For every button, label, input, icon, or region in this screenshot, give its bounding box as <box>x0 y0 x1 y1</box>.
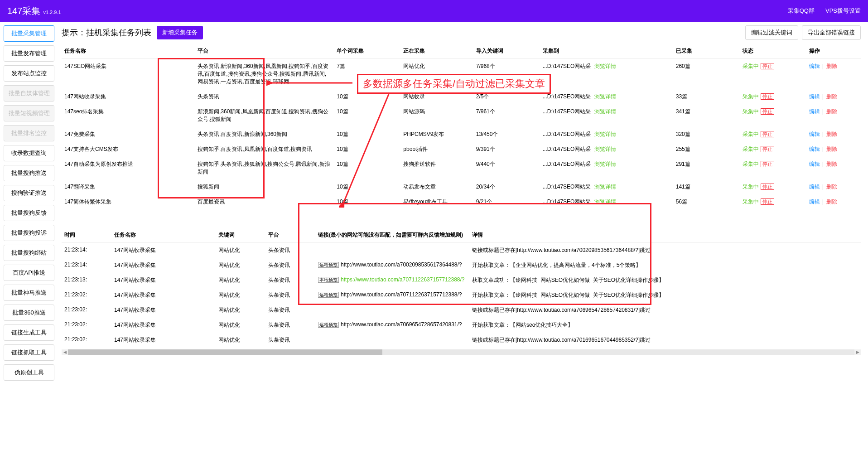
log-row: 21:23:13:147网站收录采集网站优化头条资讯本地预览https://ww… <box>62 273 861 288</box>
sidebar-item-3: 批量自媒体管理 <box>4 85 54 102</box>
delete-link[interactable]: 删除 <box>826 63 837 69</box>
log-col-header: 平台 <box>265 227 315 243</box>
browse-detail-link[interactable]: 浏览详情 <box>594 161 616 167</box>
sidebar: 批量采集管理批量发布管理发布站点监控批量自媒体管理批量短视频管理批量排名监控收录… <box>0 22 58 384</box>
delete-link[interactable]: 删除 <box>826 161 837 167</box>
page-hint: 提示：挂机采集任务列表 <box>62 27 151 38</box>
stop-button[interactable]: 停止 <box>761 184 774 190</box>
stop-button[interactable]: 停止 <box>761 161 774 167</box>
edit-link[interactable]: 编辑 <box>809 93 820 100</box>
table-row: 147简体转繁体采集百度最资讯10篇易优eyou发布工具9/21个...D:\1… <box>62 194 861 209</box>
table-row: 147支持各大CMS发布搜狗知乎,百度资讯,凤凰新闻,百度知道,搜狗资讯10篇p… <box>62 142 861 157</box>
log-link[interactable]: http://www.toutiao.com/a7002098535617364… <box>341 261 462 268</box>
add-task-button[interactable]: 新增采集任务 <box>157 26 203 39</box>
browse-detail-link[interactable]: 浏览详情 <box>594 93 616 100</box>
log-link[interactable]: https://www.toutiao.com/a707112263715771… <box>341 276 465 283</box>
main-content: 提示：挂机采集任务列表 新增采集任务 编辑过滤关键词 导出全部错误链接 任务名称… <box>58 22 868 384</box>
browse-detail-link[interactable]: 浏览详情 <box>594 131 616 137</box>
sidebar-item-0[interactable]: 批量采集管理 <box>4 25 54 42</box>
log-table: 时间任务名称关键词平台链接(最小的网站可能没有匹配，如需要可群内反馈增加规则)详… <box>62 227 861 348</box>
stop-button[interactable]: 停止 <box>761 63 774 69</box>
sidebar-item-1[interactable]: 批量发布管理 <box>4 45 54 62</box>
sidebar-item-13[interactable]: 批量神马推送 <box>4 285 54 301</box>
stop-button[interactable]: 停止 <box>761 131 774 137</box>
log-detail: 获取文章成功：【途网科技_网站SEO优化如何做_关于SEO优化详细操作步骤】 <box>469 273 861 288</box>
horizontal-scrollbar[interactable]: ◀ ▶ <box>62 349 861 355</box>
sidebar-item-7[interactable]: 批量搜狗推送 <box>4 165 54 181</box>
log-row: 21:23:02:147网站收录采集网站优化头条资讯远程预览http://www… <box>62 288 861 303</box>
task-col-header: 单个词采集 <box>334 44 400 59</box>
delete-link[interactable]: 删除 <box>826 146 837 152</box>
sidebar-item-15[interactable]: 链接生成工具 <box>4 324 54 341</box>
task-col-header: 正在采集 <box>400 44 473 59</box>
toolbar: 提示：挂机采集任务列表 新增采集任务 编辑过滤关键词 导出全部错误链接 <box>62 25 861 40</box>
qq-group-link[interactable]: 采集QQ群 <box>788 7 815 15</box>
log-link[interactable]: http://www.toutiao.com/a7071122637157712… <box>341 291 462 298</box>
edit-link[interactable]: 编辑 <box>809 161 820 167</box>
sidebar-item-17[interactable]: 伪原创工具 <box>4 364 54 381</box>
status-badge: 采集中 <box>743 198 759 205</box>
task-table: 任务名称平台单个词采集正在采集导入关键词采集到已采集状态操作 147SEO网站采… <box>62 44 861 209</box>
sidebar-item-2[interactable]: 发布站点监控 <box>4 65 54 82</box>
log-detail: 链接或标题已存在[http://www.toutiao.com/a7016965… <box>469 333 861 348</box>
delete-link[interactable]: 删除 <box>826 198 837 205</box>
edit-link[interactable]: 编辑 <box>809 63 820 69</box>
stop-button[interactable]: 停止 <box>761 146 774 152</box>
status-badge: 采集中 <box>743 146 759 152</box>
export-errors-button[interactable]: 导出全部错误链接 <box>802 25 861 40</box>
delete-link[interactable]: 删除 <box>826 131 837 137</box>
preview-tag[interactable]: 远程预览 <box>318 262 339 268</box>
status-badge: 采集中 <box>743 93 759 100</box>
filter-keywords-button[interactable]: 编辑过滤关键词 <box>745 25 798 40</box>
edit-link[interactable]: 编辑 <box>809 184 820 190</box>
sidebar-item-16[interactable]: 链接抓取工具 <box>4 344 54 361</box>
delete-link[interactable]: 删除 <box>826 108 837 115</box>
scroll-right-icon[interactable]: ▶ <box>854 349 861 355</box>
scrollbar-thumb[interactable] <box>68 349 382 355</box>
vps-settings-link[interactable]: VPS拨号设置 <box>825 7 861 15</box>
delete-link[interactable]: 删除 <box>826 93 837 100</box>
preview-tag[interactable]: 本地预览 <box>318 277 339 283</box>
sidebar-item-10[interactable]: 批量搜狗投诉 <box>4 225 54 241</box>
edit-link[interactable]: 编辑 <box>809 108 820 115</box>
sidebar-item-8[interactable]: 搜狗验证推送 <box>4 185 54 201</box>
table-row: 147翻译采集搜狐新闻10篇动易发布文章20/34个...D:\147SEO网站… <box>62 179 861 194</box>
preview-tag[interactable]: 远程预览 <box>318 292 339 298</box>
log-row: 21:23:02:147网站收录采集网站优化头条资讯远程预览http://www… <box>62 318 861 333</box>
status-badge: 采集中 <box>743 63 759 69</box>
status-badge: 采集中 <box>743 184 759 190</box>
task-col-header: 状态 <box>740 44 806 59</box>
edit-link[interactable]: 编辑 <box>809 198 820 205</box>
log-col-header: 详情 <box>469 227 861 243</box>
browse-detail-link[interactable]: 浏览详情 <box>594 184 616 190</box>
task-col-header: 平台 <box>195 44 334 59</box>
sidebar-item-14[interactable]: 批量360推送 <box>4 305 54 321</box>
log-col-header: 任务名称 <box>111 227 216 243</box>
task-col-header: 操作 <box>806 44 861 59</box>
log-row: 21:23:14:147网站收录采集网站优化头条资讯链接或标题已存在[http:… <box>62 243 861 258</box>
sidebar-item-4: 批量短视频管理 <box>4 105 54 121</box>
log-link[interactable]: http://www.toutiao.com/a7069654728657420… <box>341 321 462 328</box>
browse-detail-link[interactable]: 浏览详情 <box>594 63 616 69</box>
sidebar-item-12[interactable]: 百度API推送 <box>4 265 54 281</box>
sidebar-item-9[interactable]: 批量搜狗反馈 <box>4 205 54 221</box>
sidebar-item-6[interactable]: 收录数据查询 <box>4 145 54 161</box>
edit-link[interactable]: 编辑 <box>809 146 820 152</box>
scroll-left-icon[interactable]: ◀ <box>62 349 68 355</box>
log-row: 21:23:02:147网站收录采集网站优化头条资讯链接或标题已存在[http:… <box>62 333 861 348</box>
delete-link[interactable]: 删除 <box>826 184 837 190</box>
sidebar-item-11[interactable]: 批量搜狗绑站 <box>4 245 54 261</box>
edit-link[interactable]: 编辑 <box>809 131 820 137</box>
stop-button[interactable]: 停止 <box>761 93 774 100</box>
preview-tag[interactable]: 远程预览 <box>318 322 339 328</box>
stop-button[interactable]: 停止 <box>761 108 774 115</box>
browse-detail-link[interactable]: 浏览详情 <box>594 146 616 152</box>
table-row: 147SEO网站采集头条资讯,新浪新闻,360新闻,凤凰新闻,搜狗知乎,百度资讯… <box>62 59 861 90</box>
status-badge: 采集中 <box>743 161 759 167</box>
stop-button[interactable]: 停止 <box>761 198 774 205</box>
browse-detail-link[interactable]: 浏览详情 <box>594 108 616 115</box>
browse-detail-link[interactable]: 浏览详情 <box>594 198 616 205</box>
table-row: 147网站收录采集头条资讯10篇网站收录2/5个...D:\147SEO网站采 … <box>62 89 861 104</box>
task-col-header: 已采集 <box>673 44 740 59</box>
log-detail: 开始获取文章：【企业网站优化，提高网站流量，4个标准，5个策略】 <box>469 258 861 273</box>
